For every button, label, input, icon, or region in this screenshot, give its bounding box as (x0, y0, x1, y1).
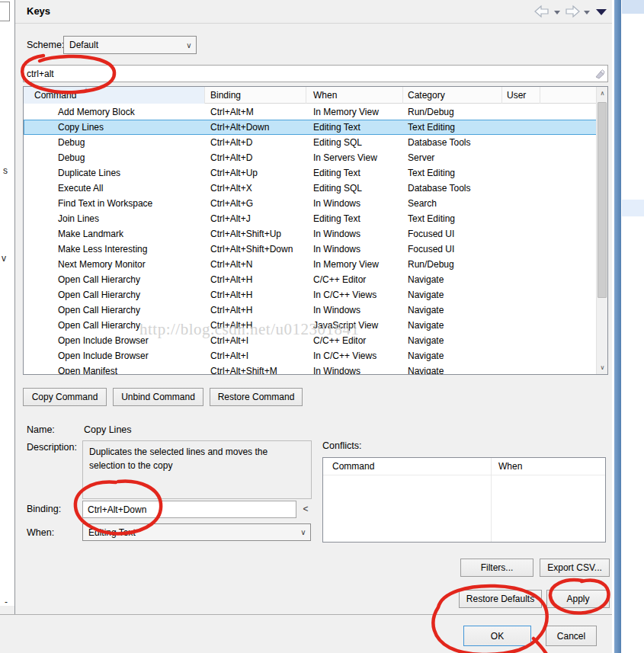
cell-command: Next Memory Monitor (24, 257, 205, 272)
binding-label: Binding: (27, 504, 61, 514)
cell-category: Text Editing (403, 120, 502, 135)
table-row[interactable]: Copy LinesCtrl+Alt+DownEditing TextText … (24, 120, 596, 135)
cell-binding: Ctrl+Alt+Down (205, 120, 306, 135)
eraser-icon[interactable] (592, 69, 607, 79)
conflicts-header: Command When (323, 458, 605, 475)
cell-when: Editing SQL (306, 181, 403, 196)
cell-user (502, 181, 540, 196)
view-menu-icon[interactable] (596, 9, 607, 15)
column-header-command[interactable]: Command (24, 87, 205, 104)
cell-binding: Ctrl+Alt+Shift+M (205, 363, 306, 374)
cell-when: Editing SQL (306, 135, 403, 150)
column-header-category[interactable]: Category (403, 87, 502, 104)
ok-button[interactable]: OK (463, 626, 531, 646)
cell-command: Join Lines (24, 211, 205, 226)
table-row[interactable]: Open Include BrowserCtrl+Alt+IIn C/C++ V… (24, 348, 596, 363)
when-dropdown[interactable]: Editing Text ∨ (82, 523, 311, 541)
window-scrollbar[interactable] (614, 0, 621, 653)
table-scrollbar[interactable]: ∧ ∨ (596, 87, 607, 374)
filters-button[interactable]: Filters... (460, 559, 533, 577)
binding-value: Ctrl+Alt+Down (83, 504, 146, 515)
cell-when: In C/C++ Views (306, 348, 403, 363)
unbind-command-button[interactable]: Unbind Command (113, 388, 203, 406)
tree-filter-box-fragment (0, 2, 10, 21)
when-value: Editing Text (83, 527, 296, 538)
table-row[interactable]: Open Call HierarchyCtrl+Alt+HIn C/C++ Vi… (24, 287, 596, 302)
scheme-value: Default (64, 40, 182, 50)
cell-category: Focused UI (403, 226, 502, 242)
cell-category: Navigate (403, 348, 502, 363)
scroll-up-icon[interactable]: ∧ (597, 87, 608, 100)
table-row[interactable]: Make LandmarkCtrl+Alt+Shift+UpIn Windows… (24, 226, 596, 242)
cell-category: Navigate (403, 363, 502, 374)
table-row[interactable]: Open Call HierarchyCtrl+Alt+HJavaScript … (24, 318, 596, 333)
scroll-down-icon[interactable]: ∨ (597, 361, 608, 374)
table-row[interactable]: Execute AllCtrl+Alt+XEditing SQLDatabase… (24, 181, 596, 196)
conflicts-column-command[interactable]: Command (323, 458, 492, 475)
forward-arrow-icon[interactable] (566, 6, 579, 17)
table-row[interactable]: Find Text in WorkspaceCtrl+Alt+GIn Windo… (24, 196, 596, 211)
table-row[interactable]: Open Call HierarchyCtrl+Alt+HIn WindowsN… (24, 302, 596, 318)
binding-input[interactable]: Ctrl+Alt+Down (82, 501, 296, 518)
filter-text: ctrl+alt (24, 69, 592, 79)
conflicts-table: Command When (322, 457, 606, 543)
conflicts-body (323, 475, 605, 542)
cancel-button[interactable]: Cancel (546, 626, 597, 646)
cell-command: Find Text in Workspace (24, 196, 205, 211)
cell-user (502, 287, 540, 302)
table-row[interactable]: Open ManifestCtrl+Alt+Shift+MIn WindowsN… (24, 363, 596, 374)
binding-reset-icon[interactable]: < (300, 502, 312, 516)
cell-category: Text Editing (403, 165, 502, 181)
table-row[interactable]: DebugCtrl+Alt+DIn Servers ViewServer (24, 150, 596, 165)
apply-button[interactable]: Apply (546, 590, 610, 608)
forward-dropdown-icon[interactable] (584, 11, 590, 14)
restore-command-button[interactable]: Restore Command (210, 388, 303, 406)
cell-command: Open Call Hierarchy (24, 318, 205, 333)
filter-input[interactable]: ctrl+alt (23, 65, 608, 82)
table-row[interactable]: Open Include BrowserCtrl+Alt+IC/C++ Edit… (24, 333, 596, 348)
conflicts-column-when[interactable]: When (492, 458, 605, 475)
scheme-dropdown[interactable]: Default ∨ (63, 36, 197, 54)
cell-user (502, 348, 540, 363)
back-dropdown-icon[interactable] (554, 11, 560, 14)
cell-user (502, 211, 540, 226)
cell-binding: Ctrl+Alt+Shift+Down (205, 242, 306, 257)
column-header-filler (540, 87, 596, 104)
cell-binding: Ctrl+Alt+I (205, 333, 306, 348)
cell-command: Make Less Interesting (24, 242, 205, 257)
bindings-table-body: Add Memory BlockCtrl+Alt+MIn Memory View… (24, 104, 596, 374)
chevron-down-icon: ∨ (182, 41, 196, 50)
column-header-when[interactable]: When (306, 87, 403, 104)
cell-user (502, 135, 540, 150)
cell-when: In Windows (306, 242, 403, 257)
cell-binding: Ctrl+Alt+H (205, 287, 306, 302)
cell-command: Open Call Hierarchy (24, 272, 205, 287)
cell-command: Copy Lines (24, 120, 205, 135)
back-arrow-icon[interactable] (535, 6, 548, 17)
cell-command: Make Landmark (24, 226, 205, 242)
table-row[interactable]: Make Less InterestingCtrl+Alt+Shift+Down… (24, 242, 596, 257)
tree-item-fragment: v (2, 253, 6, 264)
cell-command: Debug (24, 150, 205, 165)
column-header-user[interactable]: User (502, 87, 540, 104)
scrollbar-thumb[interactable] (598, 102, 607, 298)
table-row[interactable]: Next Memory MonitorCtrl+Alt+NIn Memory V… (24, 257, 596, 272)
cell-when: C/C++ Editor (306, 272, 403, 287)
copy-command-button[interactable]: Copy Command (23, 388, 107, 406)
cell-user (502, 165, 540, 181)
table-row[interactable]: Join LinesCtrl+Alt+JEditing TextText Edi… (24, 211, 596, 226)
preference-tree-sliver: s v - (0, 0, 14, 653)
cell-command: Open Include Browser (24, 348, 205, 363)
table-row[interactable]: Open Call HierarchyCtrl+Alt+HC/C++ Edito… (24, 272, 596, 287)
table-row[interactable]: Duplicate LinesCtrl+Alt+UpEditing TextTe… (24, 165, 596, 181)
restore-defaults-button[interactable]: Restore Defaults (459, 590, 542, 608)
cell-category: Run/Debug (403, 104, 502, 120)
table-row[interactable]: DebugCtrl+Alt+DEditing SQLDatabase Tools (24, 135, 596, 150)
column-header-binding[interactable]: Binding (205, 87, 306, 104)
table-row[interactable]: Add Memory BlockCtrl+Alt+MIn Memory View… (24, 104, 596, 120)
name-value: Copy Lines (84, 424, 132, 435)
conflicts-body-left (323, 475, 492, 542)
export-csv-button[interactable]: Export CSV... (540, 559, 610, 577)
conflicts-body-right (492, 475, 605, 542)
title-separator (15, 23, 612, 24)
